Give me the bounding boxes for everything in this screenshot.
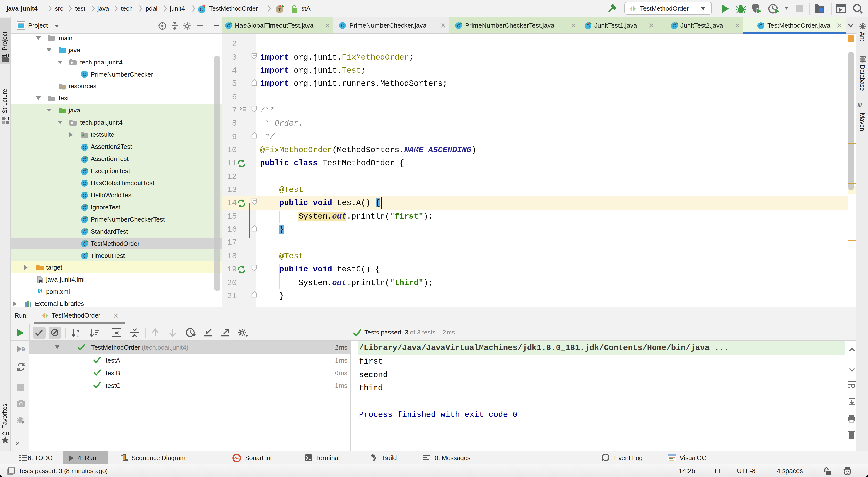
svg-text:a: a [77,328,79,333]
svg-text:C: C [83,72,86,77]
svg-text:C: C [200,7,203,12]
svg-text:m: m [277,6,282,12]
svg-text:z: z [77,333,79,337]
